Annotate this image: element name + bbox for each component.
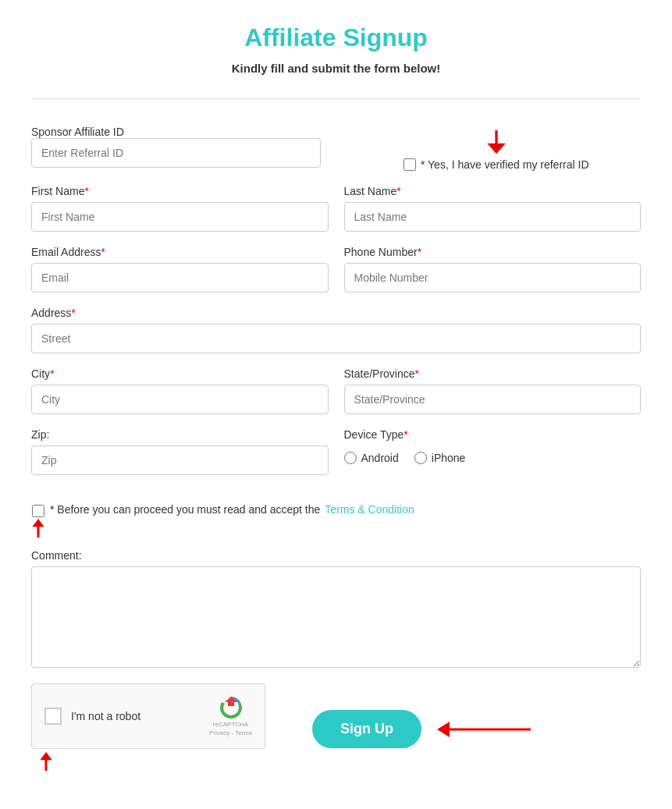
verify-down-arrow <box>485 130 507 155</box>
terms-section: * Before you can proceed you must read a… <box>31 503 641 541</box>
terms-up-arrow <box>31 519 45 541</box>
email-input[interactable] <box>31 263 329 293</box>
last-name-group: Last Name* <box>344 185 642 232</box>
divider <box>31 98 641 99</box>
terms-text: * Before you can proceed you must read a… <box>50 503 320 516</box>
verify-checkbox-row: * Yes, I have verified my referral ID <box>404 158 589 171</box>
device-label: Device Type* <box>344 428 642 441</box>
down-arrow-icon <box>485 130 507 155</box>
signup-form: Sponsor Affiliate ID * Yes, I have verif… <box>31 122 641 775</box>
last-name-required: * <box>396 185 400 197</box>
state-label: State/Province* <box>344 367 642 380</box>
last-name-label: Last Name* <box>344 185 642 197</box>
phone-label: Phone Number* <box>344 246 642 258</box>
terms-checkbox[interactable] <box>32 505 44 517</box>
first-name-group: First Name* <box>31 185 329 232</box>
address-label: Address* <box>31 307 641 319</box>
device-required: * <box>404 428 407 441</box>
recaptcha-logo: reCAPTCHA Privacy - Terms <box>209 695 252 737</box>
signup-button[interactable]: Sign Up <box>312 710 421 748</box>
verify-label: * Yes, I have verified my referral ID <box>421 158 589 171</box>
city-input[interactable] <box>31 385 329 414</box>
bottom-row: I'm not a robot reCAPTCHA Privacy - <box>31 683 641 775</box>
iphone-radio-item: iPhone <box>414 452 466 464</box>
device-group: Device Type* Android iPhone <box>344 428 642 464</box>
phone-input[interactable] <box>344 263 642 293</box>
left-arrow-icon <box>437 719 531 740</box>
iphone-radio[interactable] <box>414 452 427 464</box>
sponsor-group: Sponsor Affiliate ID <box>31 126 321 168</box>
email-phone-row: Email Address* Phone Number* <box>31 246 641 293</box>
verify-checkbox[interactable] <box>404 158 416 171</box>
city-label: City* <box>31 367 329 380</box>
state-required: * <box>415 367 419 380</box>
page-title: Affiliate Signup <box>31 23 641 52</box>
comment-textarea[interactable] <box>31 566 641 668</box>
sponsor-label: Sponsor Affiliate ID <box>31 126 124 138</box>
comment-label: Comment: <box>31 549 641 562</box>
sponsor-row: Sponsor Affiliate ID * Yes, I have verif… <box>31 122 641 171</box>
recaptcha-icon <box>219 695 244 720</box>
android-radio[interactable] <box>344 452 357 464</box>
signup-arrow <box>437 719 531 740</box>
zip-group: Zip: <box>31 428 329 475</box>
svg-marker-7 <box>437 722 450 737</box>
email-required: * <box>101 246 105 258</box>
android-radio-item: Android <box>344 452 399 464</box>
phone-group: Phone Number* <box>344 246 642 293</box>
email-group: Email Address* <box>31 246 329 293</box>
recaptcha-arrow-icon <box>39 752 53 771</box>
signup-wrap: Sign Up <box>312 710 531 748</box>
up-arrow-icon <box>31 519 45 538</box>
first-name-input[interactable] <box>31 202 329 232</box>
page-subtitle: Kindly fill and submit the form below! <box>31 62 641 75</box>
recaptcha-up-arrow <box>39 752 53 775</box>
city-group: City* <box>31 367 329 414</box>
city-state-row: City* State/Province* <box>31 367 641 414</box>
svg-marker-1 <box>487 144 506 154</box>
terms-link[interactable]: Terms & Condition <box>325 503 414 516</box>
name-row: First Name* Last Name* <box>31 185 641 232</box>
recaptcha-wrap: I'm not a robot reCAPTCHA Privacy - <box>31 683 265 775</box>
spacer <box>31 489 641 503</box>
address-group: Address* <box>31 307 641 353</box>
device-radio-group: Android iPhone <box>344 452 642 464</box>
address-required: * <box>71 307 75 319</box>
sponsor-input[interactable] <box>31 138 321 168</box>
recaptcha-checkbox[interactable] <box>44 708 62 725</box>
state-input[interactable] <box>344 385 642 414</box>
city-required: * <box>50 367 54 380</box>
phone-required: * <box>418 246 421 258</box>
first-name-required: * <box>84 185 88 197</box>
recaptcha-label: I'm not a robot <box>71 710 200 722</box>
street-input[interactable] <box>31 324 641 353</box>
comment-group: Comment: <box>31 549 641 668</box>
recaptcha-box: I'm not a robot reCAPTCHA Privacy - <box>31 683 265 749</box>
state-group: State/Province* <box>344 367 642 414</box>
terms-row: * Before you can proceed you must read a… <box>31 503 641 541</box>
terms-checkbox-wrap <box>31 505 45 541</box>
zip-device-row: Zip: Device Type* Android iPhone <box>31 428 641 475</box>
zip-input[interactable] <box>31 445 329 475</box>
address-row: Address* <box>31 307 641 353</box>
email-label: Email Address* <box>31 246 329 258</box>
iphone-label: iPhone <box>432 452 466 464</box>
zip-label: Zip: <box>31 428 329 441</box>
verify-group: * Yes, I have verified my referral ID <box>352 122 642 171</box>
first-name-label: First Name* <box>31 185 329 197</box>
android-label: Android <box>361 452 399 464</box>
last-name-input[interactable] <box>344 202 642 232</box>
recaptcha-branding: reCAPTCHA Privacy - Terms <box>209 720 252 737</box>
